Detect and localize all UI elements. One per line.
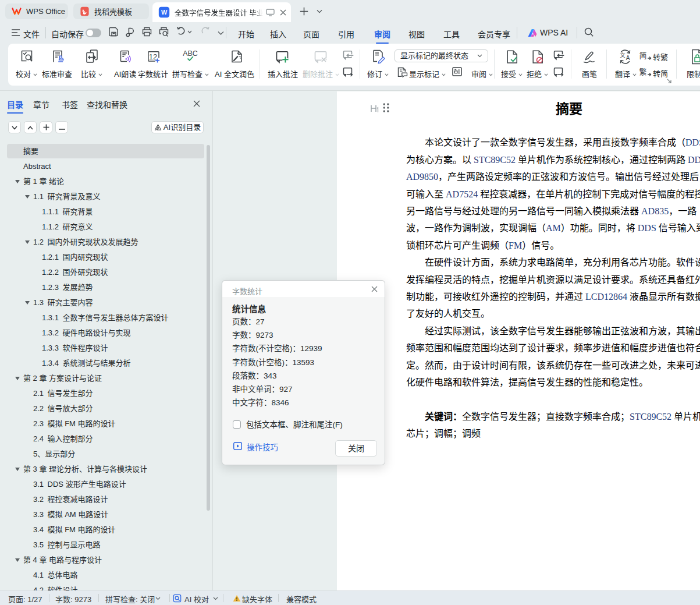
svg-text:W: W xyxy=(161,9,168,16)
